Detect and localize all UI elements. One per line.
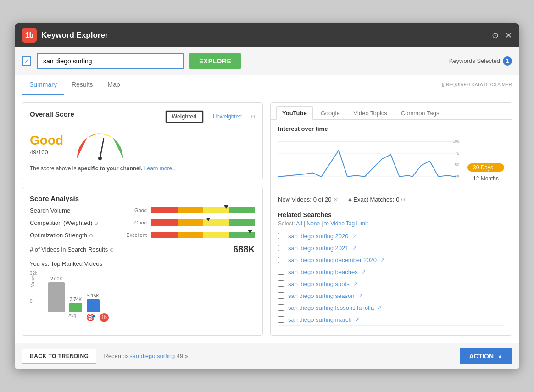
tab-video-topics[interactable]: Video Topics [348,106,393,119]
new-videos-label: New Videos: [278,196,312,203]
select-none-link[interactable]: None [307,220,320,227]
search-input[interactable] [37,53,184,69]
related-searches: Related Searches Select: All | None | to… [271,207,512,330]
chart-title: Interest over time [278,125,460,132]
overall-score-title: Overall Score [30,110,74,118]
external-link-icon-8[interactable]: ↗ [356,317,360,323]
info-icon: ℹ [442,82,444,88]
weighted-tab[interactable]: Weighted [166,111,203,123]
search-volume-label: Search Volume [30,207,122,214]
select-all-link[interactable]: All [296,220,302,227]
analysis-row-videos: # of Videos in Search Results ⊙ 688K [30,244,255,255]
svg-text:75: 75 [455,151,460,155]
list-item[interactable]: san diego surfing march ↗ [278,314,504,326]
time-30-days[interactable]: 30 Days [467,163,504,172]
list-item[interactable]: san diego surfing beaches ↗ [278,266,504,278]
unweighted-tab[interactable]: Unweighted [207,112,247,122]
gauge [72,129,128,161]
tab-common-tags[interactable]: Common Tags [395,106,445,119]
list-item[interactable]: san diego surfing season ↗ [278,290,504,302]
keywords-badge: 1 [503,56,512,66]
left-panel: Overall Score Weighted Unweighted ⊙ Good… [22,102,263,336]
time-12-months[interactable]: 12 Months [467,174,504,183]
new-videos-stat: New Videos: 0 of 20 ⊙ [278,196,338,203]
list-item[interactable]: san diego surfing 2020 ↗ [278,230,504,242]
new-videos-value: 0 of 20 [313,196,332,203]
bar1-value: 27.0K [50,276,62,281]
footer: BACK TO TRENDING Recent:» san diego surf… [15,343,519,369]
nav-tabs: Summary Results Map ℹ REQUIRED DATA DISC… [15,75,519,95]
exact-matches-label: # Exact Matches: [349,196,395,203]
external-link-icon-2[interactable]: ↗ [352,245,356,251]
score-analysis-title: Score Analysis [30,195,255,202]
search-item-checkbox-7[interactable] [278,304,284,311]
score-text-wrap: Good 49/100 [30,133,63,156]
tab-youtube[interactable]: YouTube [276,106,313,120]
title-bar: 1b Keyword Explorer ⊙ ✕ [15,23,519,47]
tab-google[interactable]: Google [315,106,346,119]
list-item[interactable]: san diego surfing 2021 ↗ [278,242,504,254]
disclaimer: ℹ REQUIRED DATA DISCLAIMER [442,82,512,88]
avg-label: Avg. [65,313,81,322]
score-number: 49/100 [30,149,63,156]
app-logo: 1b [22,28,37,43]
tab-summary[interactable]: Summary [22,75,64,95]
line-chart: 100 75 50 25 [278,136,460,186]
select-label: Select: [278,220,295,227]
target-icon: 🎯 [86,313,95,322]
recent-num: 49 » [177,353,188,359]
recent-label: Recent:» [104,353,128,359]
search-item-checkbox-3[interactable] [278,257,284,263]
list-item[interactable]: san diego surfing december 2020 ↗ [278,254,504,266]
svg-text:50: 50 [455,162,460,167]
external-link-icon-6[interactable]: ↗ [358,293,362,299]
search-item-label-4: san diego surfing beaches [288,269,358,275]
external-link-icon-3[interactable]: ↗ [380,257,384,263]
recent-text: Recent:» san diego surfing 49 » [104,353,188,359]
competition-bar: Good [122,219,255,226]
search-bar: ✓ EXPLORE Keywords Selected 1 [15,47,519,75]
tab-map[interactable]: Map [100,75,128,95]
explore-button[interactable]: EXPLORE [189,53,241,69]
search-item-checkbox-1[interactable] [278,233,284,239]
search-item-label-6: san diego surfing season [288,292,355,299]
external-link-icon-1[interactable]: ↗ [352,233,356,239]
bar3-rect [87,299,100,312]
external-link-icon-5[interactable]: ↗ [353,281,357,287]
optimization-info-icon[interactable]: ⊙ [89,233,93,238]
score-note: The score above is specific to your chan… [30,165,255,172]
main-content: Overall Score Weighted Unweighted ⊙ Good… [15,95,519,343]
new-videos-info[interactable]: ⊙ [334,196,338,202]
search-item-checkbox-4[interactable] [278,269,284,275]
competition-info-icon[interactable]: ⊙ [94,220,98,226]
search-item-checkbox-5[interactable] [278,280,284,287]
score-info-icon[interactable]: ⊙ [251,113,255,119]
external-link-icon-4[interactable]: ↗ [362,269,366,275]
bar2-rect [69,303,82,312]
weighted-tabs: Weighted [165,110,204,123]
check-icon: ✓ [24,57,29,65]
search-item-checkbox-8[interactable] [278,316,284,323]
brand-icon: 1b [100,313,109,322]
select-limit-link[interactable]: to Video Tag Limit [324,220,368,227]
list-item[interactable]: san diego surfing lessons la jolla ↗ [278,302,504,314]
help-icon[interactable]: ⊙ [492,30,499,40]
keyword-checkbox[interactable]: ✓ [22,56,31,66]
select-row: Select: All | None | to Video Tag Limit [278,220,504,227]
list-item[interactable]: san diego surfing spots ↗ [278,278,504,290]
competition-label: Competition (Weighted) ⊙ [30,219,122,226]
search-item-checkbox-2[interactable] [278,245,284,251]
right-tabs: YouTube Google Video Topics Common Tags [271,103,512,120]
back-to-trending-button[interactable]: BACK TO TRENDING [22,349,96,364]
action-button[interactable]: ACTION ▲ [460,348,512,364]
time-filters: 30 Days 12 Months [467,125,504,186]
tab-results[interactable]: Results [64,75,100,95]
search-item-checkbox-6[interactable] [278,292,284,299]
keywords-selected: Keywords Selected 1 [449,56,512,66]
close-icon[interactable]: ✕ [505,30,512,40]
videos-info-icon[interactable]: ⊙ [110,247,114,252]
external-link-icon-7[interactable]: ↗ [378,305,382,311]
learn-more-link[interactable]: Learn more... [144,165,177,172]
exact-matches-info[interactable]: ⊙ [401,196,405,202]
recent-link[interactable]: san diego surfing [129,353,175,359]
